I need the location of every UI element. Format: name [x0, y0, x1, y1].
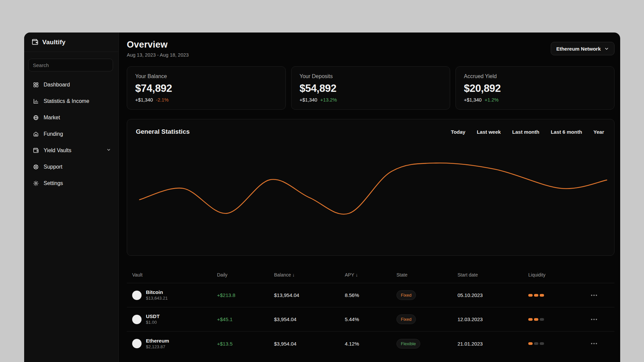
sidebar-item-yield-vaults[interactable]: Yield Vaults [24, 142, 118, 159]
sidebar-menu: Dashboard Statistics & Income Market Fun… [24, 76, 118, 191]
delta-amount: +$1,340 [464, 97, 482, 103]
sidebar-item-statistics-income[interactable]: Statistics & Income [24, 93, 118, 109]
balance-value: $3,954.04 [274, 316, 345, 322]
chart-line [140, 163, 607, 214]
balance-value: $13,954.04 [274, 292, 345, 298]
daily-change: +$213.8 [217, 292, 274, 298]
vaults-table: Vault Daily Balance↓ APY↓ State Start da… [127, 266, 614, 356]
general-statistics-panel: General Statistics Today Last week Last … [127, 119, 614, 256]
app-name: Vaultify [42, 39, 65, 46]
chevron-down-icon [604, 46, 609, 51]
network-selector-label: Ethereum Network [556, 46, 601, 52]
logo: Vaultify [24, 33, 118, 52]
sidebar-item-dashboard[interactable]: Dashboard [24, 76, 118, 93]
sidebar-item-label: Yield Vaults [44, 147, 71, 154]
globe-icon [33, 115, 39, 121]
sidebar-item-label: Market [44, 115, 60, 121]
search-input[interactable] [28, 59, 113, 71]
column-header-vault[interactable]: Vault [127, 272, 217, 278]
apy-value: 8.56% [345, 292, 396, 298]
accrued-yield-card: Accrued Yield $20,892 +$1,340 +1.2% [455, 66, 614, 110]
table-row-bitcoin[interactable]: Bitcoin $13,643.21 +$213.8 $13,954.04 8.… [127, 283, 614, 307]
column-header-liquidity[interactable]: Liquidity [528, 272, 590, 278]
app-window: Vaultify Dashboard Statistics & Income [24, 33, 620, 362]
bar-chart-icon [33, 98, 39, 104]
gear-icon [33, 180, 39, 186]
column-header-daily[interactable]: Daily [217, 272, 274, 278]
start-date: 12.03.2023 [458, 316, 528, 322]
sidebar-item-label: Funding [44, 131, 63, 137]
apy-value: 4.12% [345, 341, 396, 347]
wallet-icon [32, 39, 39, 46]
state-badge: Fixed [396, 290, 416, 300]
balance-card: Your Balance $74,892 +$1,340 -2.1% [127, 66, 286, 110]
delta-amount: +$1,340 [300, 97, 317, 103]
column-header-state[interactable]: State [396, 272, 458, 278]
sidebar-item-funding[interactable]: Funding [24, 126, 118, 142]
sidebar-item-label: Support [44, 164, 62, 170]
sort-arrow-icon: ↓ [356, 272, 358, 278]
state-badge: Fixed [396, 314, 416, 324]
lifebuoy-icon [33, 164, 39, 170]
vault-name: Ethereum [146, 338, 169, 344]
card-delta: +$1,340 +1.2% [464, 97, 606, 103]
page-title: Overview [127, 39, 615, 50]
row-menu-icon[interactable] [591, 295, 597, 296]
stat-cards: Your Balance $74,892 +$1,340 -2.1% Your … [127, 66, 615, 110]
card-delta: +$1,340 -2.1% [135, 97, 277, 103]
delta-percent: +13.2% [320, 97, 337, 103]
sidebar-item-support[interactable]: Support [24, 159, 118, 175]
vault-price: $2,123.87 [146, 344, 169, 350]
grid-icon [33, 82, 39, 88]
sidebar-item-market[interactable]: Market [24, 109, 118, 126]
delta-percent: +1.2% [485, 97, 499, 103]
card-value: $74,892 [135, 82, 277, 95]
delta-amount: +$1,340 [135, 97, 153, 103]
row-menu-icon[interactable] [591, 319, 597, 320]
state-badge: Flexible [396, 339, 420, 349]
vault-name: USDT [146, 313, 160, 319]
vault-price: $13,643.21 [146, 296, 168, 301]
apy-value: 5.44% [345, 316, 396, 322]
sidebar-item-settings[interactable]: Settings [24, 175, 118, 191]
card-delta: +$1,340 +13.2% [300, 97, 442, 103]
chevron-down-icon[interactable] [106, 147, 111, 154]
balance-value: $3,954.04 [274, 341, 345, 347]
date-range: Aug 13, 2023 - Aug 18, 2023 [127, 52, 615, 58]
column-header-apy[interactable]: APY↓ [345, 272, 396, 278]
liquidity-indicator [528, 318, 590, 321]
sidebar-item-label: Statistics & Income [44, 98, 89, 104]
daily-change: +$45.1 [217, 316, 274, 322]
sort-arrow-icon: ↓ [292, 272, 295, 278]
wallet-icon [33, 147, 39, 154]
coin-avatar [132, 291, 142, 300]
table-row-usdt[interactable]: USDT $1.00 +$45.1 $3,954.04 5.44% Fixed … [127, 307, 614, 331]
table-row-ethereum[interactable]: Ethereum $2,123.87 +$13.5 $3,954.04 4.12… [127, 331, 614, 356]
card-value: $20,892 [464, 82, 606, 95]
card-value: $54,892 [300, 82, 442, 95]
start-date: 21.01.2023 [458, 341, 528, 347]
card-label: Your Balance [135, 73, 277, 79]
sidebar: Vaultify Dashboard Statistics & Income [24, 33, 119, 362]
start-date: 05.10.2023 [458, 292, 528, 298]
vault-price: $1.00 [146, 320, 160, 325]
bank-icon [33, 131, 39, 137]
card-label: Your Deposits [300, 73, 442, 79]
delta-percent: -2.1% [156, 97, 169, 103]
column-header-start-date[interactable]: Start date [458, 272, 528, 278]
card-label: Accrued Yield [464, 73, 606, 79]
daily-change: +$13.5 [217, 341, 274, 347]
line-chart [127, 119, 614, 255]
network-selector-button[interactable]: Ethereum Network [551, 42, 614, 55]
liquidity-indicator [528, 294, 590, 297]
coin-avatar [132, 315, 142, 324]
row-menu-icon[interactable] [591, 343, 597, 344]
deposits-card: Your Deposits $54,892 +$1,340 +13.2% [291, 66, 450, 110]
main-content: Overview Aug 13, 2023 - Aug 18, 2023 Eth… [119, 33, 620, 362]
vault-name: Bitcoin [146, 289, 168, 295]
coin-avatar [132, 339, 142, 348]
column-header-balance[interactable]: Balance↓ [274, 272, 345, 278]
liquidity-indicator [528, 342, 590, 345]
sidebar-item-label: Dashboard [44, 82, 70, 88]
table-header-row: Vault Daily Balance↓ APY↓ State Start da… [127, 266, 614, 283]
